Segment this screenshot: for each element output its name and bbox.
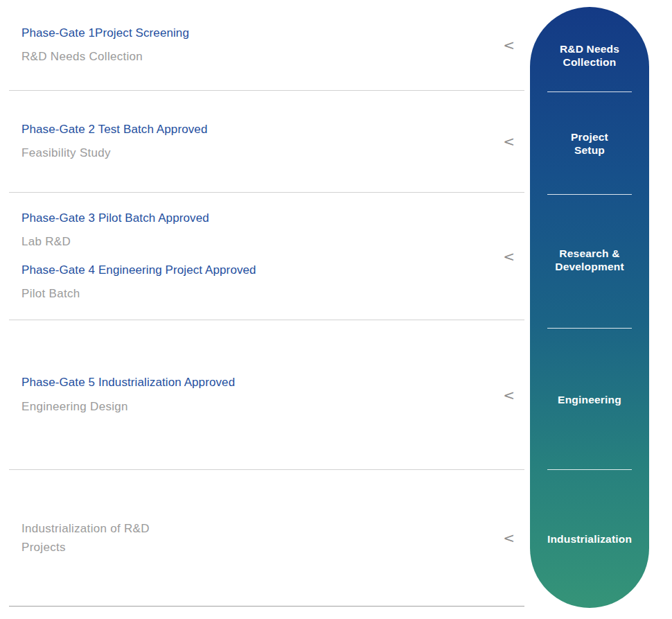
phase-row-lab-rd-pilot: Phase-Gate 3 Pilot Batch Approved Lab R&… (9, 193, 524, 320)
phase-gate-title: Phase-Gate 2 Test Batch Approved (21, 122, 483, 137)
phase-gate-title: Phase-Gate 5 Industrialization Approved (21, 375, 483, 390)
phase-subtitle: Pilot Batch (21, 286, 483, 302)
phase-gate-title: Phase-Gate 1Project Screening (21, 26, 483, 41)
collapse-chevron-icon[interactable]: < (503, 37, 515, 53)
stage-rd-needs-collection: R&D Needs Collection (534, 42, 645, 69)
phase-list: Phase-Gate 1Project Screening R&D Needs … (9, 0, 524, 607)
phase-subtitle: Engineering Design (21, 399, 483, 415)
stage-separator (547, 328, 632, 329)
phase-gate-title: Phase-Gate 4 Engineering Project Approve… (21, 263, 483, 278)
collapse-chevron-icon[interactable]: < (503, 387, 515, 403)
phase-entry: Phase-Gate 3 Pilot Batch Approved Lab R&… (21, 211, 483, 250)
phase-row-project-screening: Phase-Gate 1Project Screening R&D Needs … (9, 0, 524, 91)
stage-capsule: R&D Needs Collection Project Setup Resea… (530, 7, 649, 608)
stage-separator (547, 91, 632, 92)
stage-separator (547, 469, 632, 470)
phase-subtitle: Feasibility Study (21, 146, 483, 161)
phase-row-industrialization: Industrialization of R&D Projects < (9, 470, 524, 607)
phase-gate-overview: Phase-Gate 1Project Screening R&D Needs … (0, 0, 672, 619)
phase-subtitle: Industrialization of R&D Projects (21, 519, 483, 557)
stage-engineering: Engineering (534, 393, 645, 406)
phase-subtitle: Lab R&D (21, 234, 483, 250)
stage-research-development: Research & Development (534, 247, 645, 274)
phase-entry: Phase-Gate 4 Engineering Project Approve… (21, 263, 483, 302)
phase-entry: Industrialization of R&D Projects (21, 519, 483, 557)
collapse-chevron-icon[interactable]: < (503, 133, 515, 150)
phase-subtitle: R&D Needs Collection (21, 49, 483, 64)
stage-project-setup: Project Setup (534, 130, 645, 157)
phase-entry: Phase-Gate 5 Industrialization Approved … (21, 375, 483, 414)
stage-industrialization: Industrialization (534, 532, 645, 546)
collapse-chevron-icon[interactable]: < (503, 530, 515, 546)
phase-entry: Phase-Gate 1Project Screening R&D Needs … (21, 26, 483, 64)
phase-gate-title: Phase-Gate 3 Pilot Batch Approved (21, 211, 483, 226)
collapse-chevron-icon[interactable]: < (503, 248, 515, 265)
phase-row-feasibility: Phase-Gate 2 Test Batch Approved Feasibi… (9, 91, 524, 193)
phase-entry: Phase-Gate 2 Test Batch Approved Feasibi… (21, 122, 483, 161)
phase-row-engineering-design: Phase-Gate 5 Industrialization Approved … (9, 320, 524, 470)
stage-separator (547, 194, 632, 195)
